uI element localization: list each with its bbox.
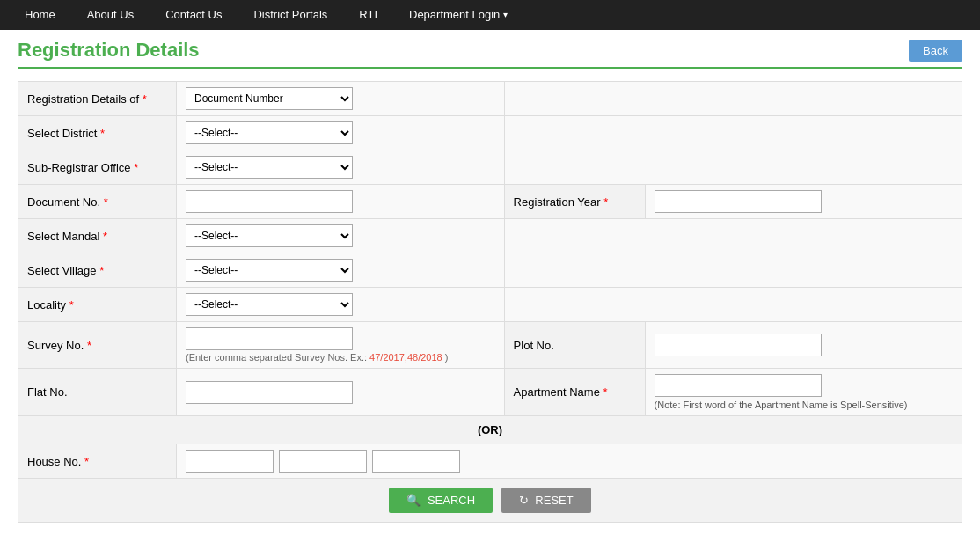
mandal-label: Select Mandal *	[18, 219, 177, 253]
registration-form: Registration Details of * Document Numbe…	[18, 81, 962, 523]
flat-no-label: Flat No.	[18, 369, 177, 416]
apartment-name-input-cell: (Note: First word of the Apartment Name …	[645, 369, 962, 416]
sub-registrar-input-cell: --Select--	[177, 150, 505, 185]
dept-login-caret: ▾	[503, 0, 508, 30]
doc-no-input-cell	[177, 185, 505, 219]
reset-button[interactable]: ↻ RESET	[501, 488, 591, 513]
village-select[interactable]: --Select--	[186, 259, 353, 282]
row-locality: Locality * --Select--	[18, 288, 962, 322]
reset-icon: ↻	[519, 494, 529, 507]
village-input-cell: --Select--	[177, 253, 505, 288]
house-no-label: House No. *	[18, 444, 177, 479]
village-empty	[504, 253, 962, 288]
row-house-no: House No. *	[18, 444, 962, 479]
nav-district[interactable]: District Portals	[238, 0, 343, 30]
row-flat-apartment: Flat No. Apartment Name * (Note: First w…	[18, 369, 962, 416]
row-select-mandal: Select Mandal * --Select--	[18, 219, 962, 253]
nav-about[interactable]: About Us	[71, 0, 150, 30]
locality-label: Locality *	[18, 288, 177, 322]
row-select-district: Select District * --Select--	[18, 116, 962, 150]
survey-hint-example: 47/2017,48/2018	[369, 352, 442, 363]
doc-no-input[interactable]	[186, 190, 353, 213]
action-cell: 🔍 SEARCH ↻ RESET	[18, 479, 962, 523]
row-actions: 🔍 SEARCH ↻ RESET	[18, 479, 962, 523]
district-empty	[504, 116, 962, 150]
plot-no-label: Plot No.	[504, 322, 645, 369]
search-icon: 🔍	[406, 494, 421, 507]
reg-details-empty	[504, 82, 962, 116]
row-survey-plot: Survey No. * (Enter comma separated Surv…	[18, 322, 962, 369]
row-doc-reg-year: Document No. * Registration Year *	[18, 185, 962, 219]
reg-year-input-cell	[645, 185, 962, 219]
nav-rti[interactable]: RTI	[343, 0, 393, 30]
district-select[interactable]: --Select--	[186, 121, 353, 144]
sub-registrar-select[interactable]: --Select--	[186, 156, 353, 179]
sub-registrar-empty	[504, 150, 962, 185]
row-reg-details-of: Registration Details of * Document Numbe…	[18, 82, 962, 116]
nav-dept-login[interactable]: Department Login ▾	[393, 0, 523, 30]
nav-contact[interactable]: Contact Us	[150, 0, 238, 30]
survey-no-input-cell: (Enter comma separated Survey Nos. Ex.: …	[177, 322, 505, 369]
row-sub-registrar: Sub-Registrar Office * --Select--	[18, 150, 962, 185]
apartment-name-input[interactable]	[655, 374, 822, 397]
house-no-input-1[interactable]	[186, 450, 274, 473]
search-button[interactable]: 🔍 SEARCH	[389, 488, 493, 513]
house-no-input-3[interactable]	[372, 450, 460, 473]
back-button[interactable]: Back	[909, 40, 962, 62]
flat-no-input-cell	[177, 369, 505, 416]
row-select-village: Select Village * --Select--	[18, 253, 962, 288]
row-or: (OR)	[18, 416, 962, 444]
or-label: (OR)	[18, 416, 962, 444]
reg-details-label: Registration Details of *	[18, 82, 177, 116]
locality-select[interactable]: --Select--	[186, 293, 353, 316]
reg-details-select[interactable]: Document Number	[186, 87, 353, 110]
page-container: Registration Details Back Registration D…	[0, 30, 980, 540]
house-no-input-2[interactable]	[279, 450, 367, 473]
doc-no-label: Document No. *	[18, 185, 177, 219]
mandal-empty	[504, 219, 962, 253]
flat-no-input[interactable]	[186, 381, 353, 404]
reg-year-input[interactable]	[655, 190, 822, 213]
page-header: Registration Details Back	[18, 39, 962, 69]
apartment-name-label: Apartment Name *	[504, 369, 645, 416]
sub-registrar-label: Sub-Registrar Office *	[18, 150, 177, 185]
survey-no-input[interactable]	[186, 327, 353, 350]
survey-no-label: Survey No. *	[18, 322, 177, 369]
survey-hint: (Enter comma separated Survey Nos. Ex.: …	[186, 352, 495, 363]
nav-home[interactable]: Home	[9, 0, 71, 30]
house-no-input-cell	[177, 444, 962, 479]
page-title: Registration Details	[18, 39, 200, 62]
district-input-cell: --Select--	[177, 116, 505, 150]
village-label: Select Village *	[18, 253, 177, 288]
mandal-input-cell: --Select--	[177, 219, 505, 253]
plot-no-input-cell	[645, 322, 962, 369]
reg-year-label: Registration Year *	[504, 185, 645, 219]
apartment-note: (Note: First word of the Apartment Name …	[655, 400, 953, 410]
locality-empty	[504, 288, 962, 322]
reg-details-input-cell: Document Number	[177, 82, 505, 116]
locality-input-cell: --Select--	[177, 288, 505, 322]
district-label: Select District *	[18, 116, 177, 150]
mandal-select[interactable]: --Select--	[186, 224, 353, 247]
required-marker: *	[143, 92, 147, 106]
house-no-inputs	[186, 450, 953, 473]
plot-no-input[interactable]	[655, 334, 822, 356]
navbar: Home About Us Contact Us District Portal…	[0, 0, 980, 30]
